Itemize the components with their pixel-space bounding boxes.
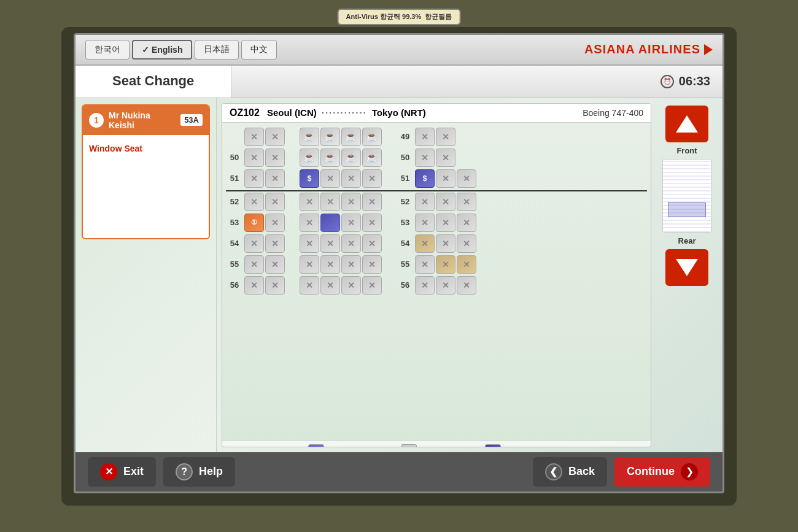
seat-52F[interactable]	[362, 193, 382, 211]
passenger-name: Mr Nukina Keishi	[109, 110, 176, 130]
seat-56G[interactable]	[415, 276, 435, 295]
seat-54C[interactable]	[300, 234, 319, 253]
seat-53C[interactable]	[300, 214, 319, 232]
seat-51A[interactable]	[244, 169, 264, 188]
seat-54G[interactable]	[415, 234, 435, 253]
header-bar: 한국어 ✓ English 日本語 中文 ASIANA AIRLINES	[76, 35, 722, 66]
seat-49E-cup[interactable]: ☕	[341, 128, 361, 146]
seat-53D-unoccupied[interactable]	[320, 214, 340, 232]
seat-50H[interactable]	[436, 148, 455, 167]
seat-50E-cup[interactable]: ☕	[341, 148, 361, 167]
seat-54H[interactable]	[436, 234, 455, 253]
seat-53B[interactable]	[265, 214, 285, 232]
seat-51F[interactable]	[362, 169, 382, 188]
seat-52B[interactable]	[265, 193, 285, 211]
seat-51B[interactable]	[265, 169, 285, 188]
seat-52H[interactable]	[436, 193, 455, 211]
seat-53A-current[interactable]: ①	[244, 214, 264, 232]
seat-51E[interactable]	[341, 169, 361, 188]
seat-56F[interactable]	[362, 276, 382, 295]
legend-chargeable: $ Chargeable Seat	[485, 444, 565, 447]
seat-52I[interactable]	[457, 193, 476, 211]
seat-54I[interactable]	[457, 234, 476, 253]
seat-54F[interactable]	[362, 234, 382, 253]
content-area: 1 Mr Nukina Keishi 53A Window Seat OZ102…	[76, 98, 722, 452]
seat-54B[interactable]	[265, 234, 285, 253]
seat-56B[interactable]	[265, 276, 285, 295]
seat-54D[interactable]	[320, 234, 340, 253]
seat-56A[interactable]	[244, 276, 264, 295]
airline-name: ASIANA AIRLINES	[584, 42, 700, 56]
seat-52E[interactable]	[341, 193, 361, 211]
flight-route: Seoul (ICN) ············ Tokyo (NRT)	[267, 107, 426, 118]
front-label: Front	[676, 146, 697, 155]
bottom-bar: ✕ Exit ? Help ❮ Back Continue ❯	[76, 452, 722, 492]
seat-55F[interactable]	[362, 255, 382, 274]
seat-53G[interactable]	[415, 214, 435, 232]
lang-btn-chinese[interactable]: 中文	[241, 40, 277, 60]
seat-55B[interactable]	[265, 255, 285, 274]
seat-54A[interactable]	[244, 234, 264, 253]
seat-56E[interactable]	[341, 276, 361, 295]
seat-55H[interactable]	[436, 255, 455, 274]
seat-53F[interactable]	[362, 214, 382, 232]
seat-49B[interactable]	[265, 128, 285, 146]
seat-56H[interactable]	[436, 276, 455, 295]
seat-55G[interactable]	[415, 255, 435, 274]
lang-btn-english[interactable]: ✓ English	[132, 40, 192, 60]
exit-button[interactable]: ✕ Exit	[88, 457, 156, 487]
seat-55A[interactable]	[244, 255, 264, 274]
seat-50D-cup[interactable]: ☕	[320, 148, 340, 167]
seat-51G-chargeable[interactable]: $	[415, 169, 435, 188]
seat-56D[interactable]	[320, 276, 340, 295]
seat-50F-cup[interactable]: ☕	[362, 148, 382, 167]
lang-btn-japanese[interactable]: 日本語	[195, 40, 239, 60]
seat-53E[interactable]	[341, 214, 361, 232]
help-button[interactable]: ? Help	[163, 457, 235, 487]
seat-51C-chargeable[interactable]: $	[300, 169, 319, 188]
seat-56C[interactable]	[300, 276, 319, 295]
airline-arrow-icon	[704, 44, 713, 55]
seat-grid: ☕ ☕ ☕ ☕ 49 50	[222, 123, 651, 440]
title-bar: Seat Change ⏰ 06:33	[76, 66, 722, 98]
mini-map	[662, 159, 711, 233]
seat-55E[interactable]	[341, 255, 361, 274]
seat-55I[interactable]	[457, 255, 476, 274]
seat-type-label: Window Seat	[89, 140, 203, 157]
seat-51I[interactable]	[457, 169, 476, 188]
seat-50C-cup[interactable]: ☕	[300, 148, 319, 167]
flight-destination: Tokyo (NRT)	[372, 107, 426, 118]
seat-49C-cup[interactable]: ☕	[300, 128, 319, 146]
seat-49A[interactable]	[244, 128, 264, 146]
flight-number: OZ102	[230, 107, 260, 118]
seat-49H[interactable]	[436, 128, 455, 146]
seat-52A[interactable]	[244, 193, 264, 211]
seat-50B[interactable]	[265, 148, 285, 167]
seat-52G[interactable]	[415, 193, 435, 211]
table-row: 50 ☕ ☕ ☕ ☕ 50	[226, 148, 647, 167]
seat-53H[interactable]	[436, 214, 455, 232]
scroll-down-button[interactable]	[665, 249, 708, 286]
table-row: ☕ ☕ ☕ ☕ 49	[226, 128, 647, 146]
seat-50A[interactable]	[244, 148, 264, 167]
seat-55C[interactable]	[300, 255, 319, 274]
seat-56I[interactable]	[457, 276, 476, 295]
seat-55D[interactable]	[320, 255, 340, 274]
back-icon: ❮	[545, 463, 562, 480]
lang-btn-korean[interactable]: 한국어	[85, 40, 130, 60]
seat-50G[interactable]	[415, 148, 435, 167]
seat-49G[interactable]	[415, 128, 435, 146]
seat-54E[interactable]	[341, 234, 361, 253]
sticker-label: 항균필름	[425, 13, 452, 20]
seat-51H[interactable]	[436, 169, 455, 188]
back-button[interactable]: ❮ Back	[533, 457, 607, 487]
seat-49F-cup[interactable]: ☕	[362, 128, 382, 146]
seat-52D[interactable]	[320, 193, 340, 211]
kiosk-frame: Anti-Virus 항균력 99.3% 항균필름 한국어 ✓ English …	[61, 27, 737, 506]
continue-button[interactable]: Continue ❯	[614, 457, 710, 487]
scroll-up-button[interactable]	[665, 106, 708, 142]
seat-52C[interactable]	[300, 193, 319, 211]
seat-51D[interactable]	[320, 169, 340, 188]
seat-49D-cup[interactable]: ☕	[320, 128, 340, 146]
seat-53I[interactable]	[457, 214, 476, 232]
